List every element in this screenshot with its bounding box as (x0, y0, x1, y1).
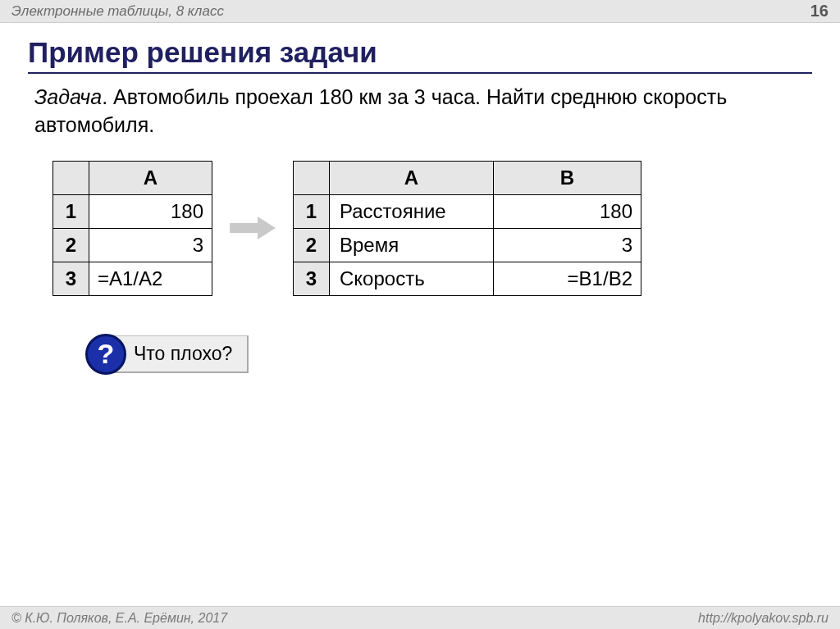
footer-url: http://kpolyakov.spb.ru (698, 611, 829, 626)
problem-text: . Автомобиль проехал 180 км за 3 часа. Н… (34, 85, 727, 136)
top-bar: Электронные таблицы, 8 класс 16 (0, 0, 840, 23)
cell: Скорость (330, 262, 494, 295)
row-header: 3 (53, 262, 89, 295)
row-header: 1 (53, 194, 89, 228)
cell: =B1/B2 (494, 262, 641, 295)
question-text: Что плохо? (108, 335, 249, 373)
cell: =A1/A2 (89, 262, 212, 295)
problem-label: Задача (34, 85, 102, 108)
arrow-right-icon (227, 213, 278, 243)
cell: 3 (89, 228, 212, 262)
col-header: B (494, 161, 641, 194)
problem-statement: Задача. Автомобиль проехал 180 км за 3 ч… (34, 84, 812, 139)
cell: Расстояние (330, 194, 494, 228)
cell: 180 (89, 194, 212, 228)
question-mark-icon: ? (85, 334, 126, 375)
subject-label: Электронные таблицы, 8 класс (11, 3, 224, 20)
col-header: A (330, 161, 494, 194)
question-callout: ? Что плохо? (85, 334, 812, 375)
svg-marker-0 (230, 217, 276, 239)
spreadsheet-table-1: A 1 180 2 3 3 =A1/A2 (52, 161, 212, 296)
page-number: 16 (810, 2, 829, 21)
page-title: Пример решения задачи (28, 36, 812, 74)
cell: 180 (494, 194, 641, 228)
footer-bar: © К.Ю. Поляков, Е.А. Ерёмин, 2017 http:/… (0, 606, 840, 629)
row-header: 2 (53, 228, 89, 262)
table-corner (53, 161, 89, 194)
row-header: 2 (294, 228, 330, 262)
tables-row: A 1 180 2 3 3 =A1/A2 A B (52, 161, 812, 296)
table-corner (294, 161, 330, 194)
copyright-text: © К.Ю. Поляков, Е.А. Ерёмин, 2017 (11, 611, 227, 626)
cell: Время (330, 228, 494, 262)
col-header: A (89, 161, 212, 194)
spreadsheet-table-2: A B 1 Расстояние 180 2 Время 3 3 Скорост… (293, 161, 641, 296)
slide-content: Пример решения задачи Задача. Автомобиль… (0, 23, 840, 375)
row-header: 3 (294, 262, 330, 295)
row-header: 1 (294, 194, 330, 228)
cell: 3 (494, 228, 641, 262)
